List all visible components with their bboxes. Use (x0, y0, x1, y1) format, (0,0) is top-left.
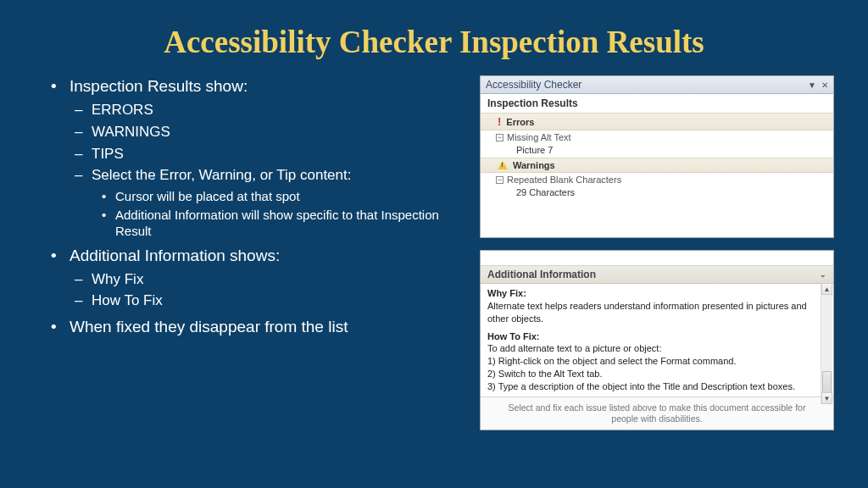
how-to-fix-step: 3) Type a description of the object into… (487, 380, 818, 393)
how-to-fix-step: 1) Right-click on the object and select … (487, 355, 818, 368)
panel-title: Accessibility Checker (486, 79, 581, 91)
collapse-icon[interactable]: − (496, 176, 504, 184)
close-icon[interactable]: ✕ (821, 80, 828, 90)
bullet-l1: When fixed they disappear from the list (51, 316, 463, 338)
panel-footer-note: Select and fix each issue listed above t… (481, 396, 833, 430)
bullet-l1: Additional Information shows: (70, 247, 280, 264)
warning-item-child[interactable]: 29 Characters (481, 186, 833, 200)
bullet-l2: Why Fix (70, 270, 463, 290)
bullet-l2: Select the Error, Warning, or Tip conten… (92, 167, 351, 183)
error-icon: ! (498, 115, 501, 128)
accessibility-checker-panel: Accessibility Checker ▼ ✕ Inspection Res… (480, 75, 834, 238)
how-to-fix-intro: To add alternate text to a picture or ob… (487, 342, 818, 355)
dropdown-icon[interactable]: ▼ (808, 80, 816, 90)
why-fix-label: Why Fix: (487, 288, 526, 298)
how-to-fix-step: 2) Switch to the Alt Text tab. (487, 368, 818, 380)
bullet-content: Inspection Results show: ERRORS WARNINGS… (51, 75, 463, 430)
errors-category[interactable]: ! Errors (481, 113, 833, 130)
additional-info-header: Additional Information (487, 269, 596, 280)
additional-info-panel: Additional Information ⌄ Why Fix: Altern… (480, 250, 834, 430)
scrollbar[interactable]: ▲ ▼ (821, 283, 832, 404)
bullet-l1: Inspection Results show: (70, 77, 248, 95)
bullet-l2: WARNINGS (70, 123, 463, 142)
collapse-icon[interactable]: − (496, 134, 504, 141)
additional-info-body: Why Fix: Alternate text helps readers un… (481, 284, 833, 396)
error-item-child[interactable]: Picture 7 (481, 144, 833, 158)
why-fix-text: Alternate text helps readers understand … (487, 300, 818, 325)
bullet-l2: How To Fix (70, 291, 463, 311)
bullet-l2: TIPS (70, 145, 463, 164)
warning-item[interactable]: − Repeated Blank Characters (481, 173, 833, 186)
bullet-l2: ERRORS (70, 101, 463, 120)
warning-icon (498, 161, 508, 169)
inspection-results-header: Inspection Results (481, 94, 833, 113)
warnings-category[interactable]: Warnings (481, 158, 833, 173)
error-item[interactable]: − Missing Alt Text (481, 130, 833, 144)
bullet-l3: Cursor will be placed at that spot (92, 188, 463, 205)
scroll-thumb[interactable] (822, 371, 832, 393)
chevron-down-icon[interactable]: ⌄ (820, 270, 826, 279)
slide-title: Accessibility Checker Inspection Results (0, 0, 868, 75)
bullet-l3: Additional Information will show specifi… (92, 207, 463, 240)
scroll-down-icon[interactable]: ▼ (821, 392, 832, 404)
scroll-up-icon[interactable]: ▲ (821, 283, 832, 295)
how-to-fix-label: How To Fix: (487, 331, 540, 341)
